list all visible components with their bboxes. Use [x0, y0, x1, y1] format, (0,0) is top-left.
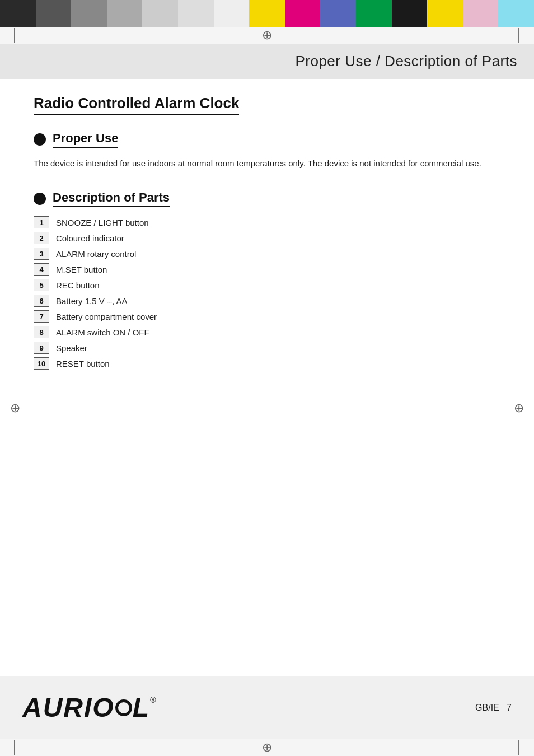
- color-segment-10: [320, 0, 356, 27]
- footer-locale: GB/IE: [475, 703, 499, 712]
- mid-reg-row: ⊕ ⊕: [0, 395, 534, 421]
- parts-list: 1 SNOOZE / LIGHT button 2 Coloured indic…: [34, 216, 500, 370]
- color-segment-6: [178, 0, 214, 27]
- list-item: 6 Battery 1.5 V ⎓, AA: [34, 295, 500, 307]
- part-label-9: Speaker: [56, 343, 87, 353]
- top-color-bar: [0, 0, 534, 27]
- top-right-reg-mark: │: [515, 28, 523, 43]
- list-item: 5 REC button: [34, 279, 500, 291]
- footer-page-number: 7: [507, 703, 512, 712]
- list-item: 9 Speaker: [34, 342, 500, 354]
- list-item: 3 ALARM rotary control: [34, 248, 500, 260]
- content-area: Radio Controlled Alarm Clock Proper Use …: [0, 79, 534, 676]
- part-label-7: Battery compartment cover: [56, 312, 157, 321]
- part-label-8: ALARM switch ON / OFF: [56, 328, 149, 337]
- mid-left-reg-mark: ⊕: [10, 401, 20, 416]
- part-number-2: 2: [34, 232, 49, 244]
- logo-text-auriol: AURIO: [22, 693, 115, 722]
- product-title: Radio Controlled Alarm Clock: [34, 95, 239, 115]
- color-segment-9: [285, 0, 321, 27]
- part-label-2: Coloured indicator: [56, 234, 124, 243]
- list-item: 2 Coloured indicator: [34, 232, 500, 244]
- list-item: 1 SNOOZE / LIGHT button: [34, 216, 500, 228]
- part-number-9: 9: [34, 342, 49, 354]
- color-segment-7: [214, 0, 250, 27]
- list-item: 10 RESET button: [34, 357, 500, 370]
- list-item: 8 ALARM switch ON / OFF: [34, 326, 500, 338]
- logo-registered: ®: [150, 696, 157, 704]
- logo-circle: [115, 699, 132, 716]
- mid-right-reg-mark: ⊕: [514, 401, 524, 416]
- part-number-1: 1: [34, 216, 49, 228]
- color-segment-2: [36, 0, 72, 27]
- description-of-parts-section: Description of Parts 1 SNOOZE / LIGHT bu…: [34, 190, 500, 370]
- proper-use-text: The device is intended for use indoors a…: [34, 157, 500, 170]
- color-segment-13: [427, 0, 463, 27]
- part-label-6: Battery 1.5 V ⎓, AA: [56, 296, 127, 306]
- part-number-10: 10: [34, 357, 49, 370]
- description-heading-row: Description of Parts: [34, 190, 500, 207]
- color-segment-11: [356, 0, 392, 27]
- bottom-registration-row: │ ⊕ │: [0, 739, 534, 756]
- brand-logo: AURIOL®: [22, 692, 157, 723]
- footer: AURIOL® GB/IE 7: [0, 676, 534, 739]
- part-label-1: SNOOZE / LIGHT button: [56, 218, 149, 227]
- part-label-4: M.SET button: [56, 265, 107, 274]
- top-center-reg-mark: ⊕: [262, 28, 272, 43]
- description-heading: Description of Parts: [53, 190, 170, 207]
- bottom-center-reg-mark: ⊕: [262, 740, 272, 755]
- color-segment-15: [498, 0, 534, 27]
- proper-use-bullet: [34, 133, 46, 146]
- color-segment-5: [142, 0, 178, 27]
- part-number-6: 6: [34, 295, 49, 307]
- color-segment-1: [0, 0, 36, 27]
- proper-use-section: Proper Use The device is intended for us…: [34, 131, 500, 170]
- part-number-3: 3: [34, 248, 49, 260]
- color-segment-12: [392, 0, 428, 27]
- top-left-reg-mark: │: [11, 28, 19, 43]
- page-header-band: Proper Use / Description of Parts: [0, 44, 534, 79]
- main-content: Radio Controlled Alarm Clock Proper Use …: [0, 79, 534, 395]
- bottom-left-reg-mark: │: [11, 740, 19, 755]
- description-bullet: [34, 193, 46, 205]
- part-number-7: 7: [34, 310, 49, 323]
- part-label-5: REC button: [56, 281, 100, 290]
- color-segment-4: [107, 0, 143, 27]
- proper-use-heading-row: Proper Use: [34, 131, 500, 148]
- list-item: 7 Battery compartment cover: [34, 310, 500, 323]
- color-segment-14: [463, 0, 499, 27]
- part-number-5: 5: [34, 279, 49, 291]
- page-container: │ ⊕ │ Proper Use / Description of Parts …: [0, 0, 534, 756]
- color-segment-3: [71, 0, 107, 27]
- color-segment-8: [249, 0, 285, 27]
- list-item: 4 M.SET button: [34, 263, 500, 276]
- part-label-3: ALARM rotary control: [56, 249, 136, 259]
- proper-use-heading: Proper Use: [53, 131, 118, 148]
- part-label-10: RESET button: [56, 359, 110, 368]
- part-number-8: 8: [34, 326, 49, 338]
- bottom-right-reg-mark: │: [515, 740, 523, 755]
- logo-text-l: L: [133, 693, 150, 722]
- footer-info: GB/IE 7: [475, 703, 512, 713]
- page-title: Proper Use / Description of Parts: [295, 53, 517, 70]
- part-number-4: 4: [34, 263, 49, 276]
- top-registration-row: │ ⊕ │: [0, 27, 534, 44]
